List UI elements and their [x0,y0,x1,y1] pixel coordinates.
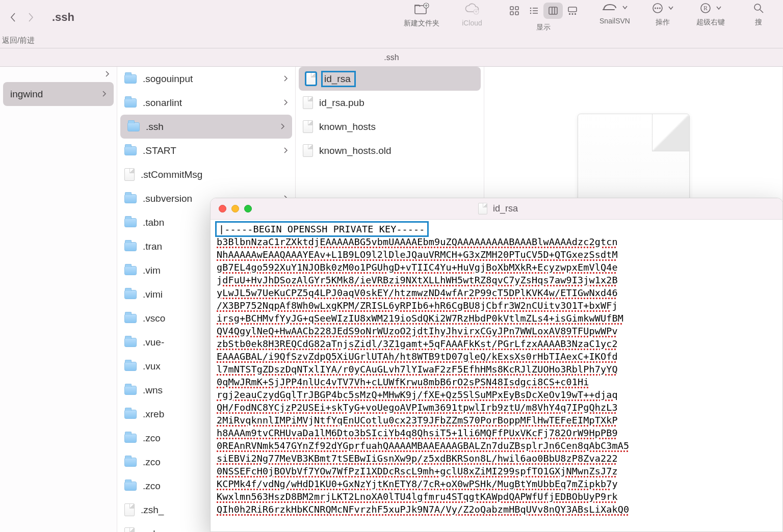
zoom-button[interactable] [244,205,252,212]
minimize-button[interactable] [231,205,239,212]
view-list-button[interactable] [524,3,543,19]
list-item-label: id_rsa.pub [319,97,364,109]
list-item-label: .vimi [143,289,163,300]
file-icon [124,503,135,516]
chevron-right-icon [105,69,110,80]
list-item[interactable] [0,67,117,82]
list-item-label: .tabn [143,217,164,228]
svg-rect-13 [549,7,557,14]
chevron-right-icon [283,73,288,85]
list-item[interactable]: known_hosts.old [296,139,484,163]
folder-icon [124,218,137,227]
list-item-label: .zco [143,433,161,444]
svg-line-27 [760,10,763,13]
folder-icon [124,434,137,443]
list-item-label: .ssh [146,121,164,132]
list-item-label: .sonarlint [143,97,182,109]
list-item-label: .tran [143,241,162,252]
sidebar-item-label: ingwind [10,89,43,100]
svg-rect-5 [510,12,513,15]
path-current[interactable]: .ssh [384,53,399,62]
file-icon [124,168,135,181]
list-item-label: .wns [143,385,163,396]
back-button[interactable] [9,12,17,23]
list-item-label: .subversion [143,193,192,204]
list-item-label: .sogouinput [143,73,193,85]
icloud-button[interactable]: iCloud [457,3,487,27]
chevron-right-icon [283,145,288,156]
new-folder-button[interactable]: 新建文件夹 [404,3,439,28]
chevron-right-icon [101,89,107,100]
textedit-window: id_rsa |-----BEGIN OPENSSH PRIVATE KEY--… [210,198,783,532]
svg-point-9 [530,12,532,14]
superkey-button[interactable]: R 超级右键 [695,3,726,27]
list-item-label: known_hosts.old [319,145,392,156]
list-item-label: .zco [143,481,161,492]
file-icon [124,527,135,532]
folder-icon [124,74,137,84]
textedit-titlebar: id_rsa [211,198,782,220]
file-icon [303,144,313,157]
svg-rect-4 [515,7,518,10]
chevron-right-icon [280,121,285,132]
view-column-button[interactable] [543,3,563,19]
nav-buttons [9,12,35,23]
list-item[interactable]: .sonarlint [117,91,295,115]
folder-icon [124,338,137,347]
list-item-label: .zsh_ [141,504,164,516]
list-item-label: .vux [143,361,161,372]
sidebar-item-home[interactable]: ingwind [3,82,114,106]
textedit-title: id_rsa [258,202,738,215]
file-icon [303,120,313,133]
folder-icon [124,362,137,371]
list-item-label: known_hosts [319,121,376,132]
document-icon [478,203,487,215]
folder-icon [124,98,137,108]
chevron-down-icon [622,5,628,10]
path-bar: .ssh [0,48,783,67]
list-item[interactable]: .stCommitMsg [117,163,295,187]
actions-button[interactable]: 操作 [647,3,678,27]
list-item[interactable]: .sogouinput [117,67,295,91]
back-fwd-label: 返回/前进 [2,36,35,45]
list-item[interactable]: known_hosts [296,115,484,139]
folder-icon [124,458,137,467]
folder-icon [124,290,137,299]
list-item-label: .zsh [141,528,159,533]
file-icon [303,96,313,109]
svg-rect-3 [510,7,513,10]
list-item[interactable]: .START [117,139,295,163]
folder-icon [124,482,137,491]
svg-rect-6 [515,12,518,15]
snailsvn-button[interactable]: SnailSVN [599,3,630,25]
svg-rect-18 [572,13,573,15]
forward-button[interactable] [27,12,35,23]
finder-toolbar: .ssh 新建文件夹 iCloud [0,0,783,34]
search-button[interactable]: 搜 [743,3,774,27]
svg-rect-16 [568,7,577,12]
column-0: ingwind [0,67,117,532]
list-item-label: .vue- [143,337,164,348]
list-item-label: .zco [143,457,161,468]
folder-icon [124,194,137,203]
svg-point-21 [657,7,659,9]
list-item[interactable]: id_rsa.pub [296,91,484,115]
textedit-content[interactable]: |-----BEGIN OPENSSH PRIVATE KEY----- b3B… [211,220,782,521]
folder-icon [127,122,140,131]
toolbar-actions: 新建文件夹 iCloud [404,3,774,32]
svg-rect-17 [569,13,570,15]
view-icon-button[interactable] [505,3,524,19]
list-item-label: .xreb [143,409,164,420]
svg-point-7 [530,7,532,9]
chevron-right-icon [283,97,288,109]
view-gallery-button[interactable] [563,3,582,19]
view-switcher: 显示 [505,3,582,32]
close-button[interactable] [219,205,226,212]
list-item[interactable]: .ssh [120,115,292,139]
list-item-label: .START [143,145,176,156]
folder-icon [124,242,137,251]
list-item-label: id_rsa [322,72,355,86]
list-item-label: .vsco [143,313,165,324]
svg-point-8 [530,10,532,11]
list-item[interactable]: id_rsa [299,67,481,91]
